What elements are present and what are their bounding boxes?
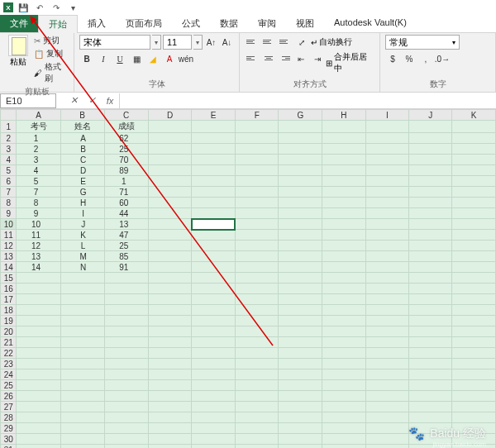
cell[interactable]	[192, 359, 236, 369]
cell[interactable]	[235, 273, 279, 284]
cell[interactable]	[235, 369, 279, 380]
cell[interactable]	[408, 165, 451, 176]
cell[interactable]	[60, 359, 104, 369]
cell[interactable]	[148, 402, 192, 412]
cell[interactable]	[279, 369, 322, 380]
tab-insert[interactable]: 插入	[78, 15, 116, 32]
cell[interactable]	[365, 208, 408, 219]
cell[interactable]	[279, 208, 322, 219]
align-top-button[interactable]	[245, 35, 260, 48]
row-header[interactable]: 25	[1, 380, 17, 391]
column-header[interactable]: G	[279, 110, 322, 121]
row-header[interactable]: 10	[1, 219, 17, 230]
cell[interactable]	[235, 241, 279, 251]
cell[interactable]	[17, 316, 60, 326]
cell[interactable]	[365, 176, 408, 187]
cell[interactable]	[17, 284, 60, 294]
cell[interactable]	[279, 251, 322, 262]
cell[interactable]	[408, 359, 451, 369]
cell[interactable]	[452, 133, 496, 144]
cell[interactable]	[104, 305, 148, 316]
cell[interactable]	[322, 305, 366, 316]
cell[interactable]	[192, 423, 236, 434]
row-header[interactable]: 28	[1, 412, 17, 423]
underline-button[interactable]: U	[112, 51, 127, 66]
cell[interactable]	[279, 294, 322, 305]
cell[interactable]	[452, 144, 496, 155]
cell[interactable]	[17, 337, 60, 348]
cell[interactable]	[279, 391, 322, 402]
increase-font-button[interactable]: A↑	[204, 35, 218, 50]
paste-button[interactable]: 粘贴	[5, 35, 31, 84]
cell[interactable]	[148, 273, 192, 284]
tab-formulas[interactable]: 公式	[172, 15, 210, 32]
cell[interactable]	[279, 326, 322, 337]
cell[interactable]	[148, 305, 192, 316]
percent-button[interactable]: %	[402, 51, 417, 66]
cell[interactable]	[322, 434, 366, 445]
cell[interactable]	[322, 359, 366, 369]
cell[interactable]	[235, 230, 279, 241]
cell[interactable]	[192, 121, 236, 133]
cell[interactable]	[148, 241, 192, 251]
cell[interactable]	[322, 284, 366, 294]
fx-button[interactable]: fx	[101, 96, 119, 106]
cell[interactable]	[452, 176, 496, 187]
cell[interactable]	[104, 316, 148, 326]
cell[interactable]	[104, 434, 148, 445]
cell[interactable]	[408, 144, 451, 155]
cell[interactable]	[192, 305, 236, 316]
cell[interactable]: 70	[104, 155, 148, 165]
phonetic-button[interactable]: wén	[179, 51, 193, 66]
cell[interactable]	[365, 155, 408, 165]
cell[interactable]	[148, 165, 192, 176]
row-header[interactable]: 29	[1, 423, 17, 434]
cell[interactable]	[322, 251, 366, 262]
cell[interactable]	[104, 423, 148, 434]
tab-home[interactable]: 开始	[38, 15, 78, 33]
cell[interactable]	[235, 198, 279, 208]
cell[interactable]: 考号	[17, 121, 60, 133]
cell[interactable]: 60	[104, 198, 148, 208]
cell[interactable]	[235, 176, 279, 187]
cell[interactable]	[192, 230, 236, 241]
cell[interactable]	[365, 412, 408, 423]
cell[interactable]	[148, 251, 192, 262]
redo-button[interactable]: ↷	[50, 1, 63, 14]
cell[interactable]	[148, 348, 192, 359]
cell[interactable]	[452, 165, 496, 176]
row-header[interactable]: 21	[1, 337, 17, 348]
cell[interactable]	[279, 412, 322, 423]
cell[interactable]	[60, 412, 104, 423]
cell[interactable]	[452, 155, 496, 165]
cell[interactable]	[148, 155, 192, 165]
cell[interactable]: B	[60, 144, 104, 155]
cell[interactable]	[365, 262, 408, 273]
cell[interactable]	[192, 445, 236, 449]
cell[interactable]	[452, 251, 496, 262]
cell[interactable]	[104, 359, 148, 369]
cell[interactable]: 1	[17, 133, 60, 144]
cell[interactable]	[192, 133, 236, 144]
cell[interactable]	[279, 198, 322, 208]
cell[interactable]: 11	[17, 230, 60, 241]
cell[interactable]	[60, 284, 104, 294]
cell[interactable]	[322, 316, 366, 326]
cell[interactable]: 姓名	[60, 121, 104, 133]
cell[interactable]	[192, 380, 236, 391]
cell[interactable]	[235, 316, 279, 326]
cell[interactable]	[148, 294, 192, 305]
cell[interactable]: 14	[17, 262, 60, 273]
row-header[interactable]: 23	[1, 359, 17, 369]
cell[interactable]	[104, 284, 148, 294]
row-header[interactable]: 2	[1, 133, 17, 144]
tab-file[interactable]: 文件	[0, 15, 38, 32]
undo-button[interactable]: ↶	[33, 1, 46, 14]
cell[interactable]	[408, 241, 451, 251]
column-header[interactable]: H	[322, 110, 366, 121]
cell[interactable]	[17, 423, 60, 434]
cell[interactable]	[235, 208, 279, 219]
cell[interactable]: 5	[17, 176, 60, 187]
cell[interactable]: 13	[104, 219, 148, 230]
increase-decimal-button[interactable]: .0→	[435, 51, 450, 66]
